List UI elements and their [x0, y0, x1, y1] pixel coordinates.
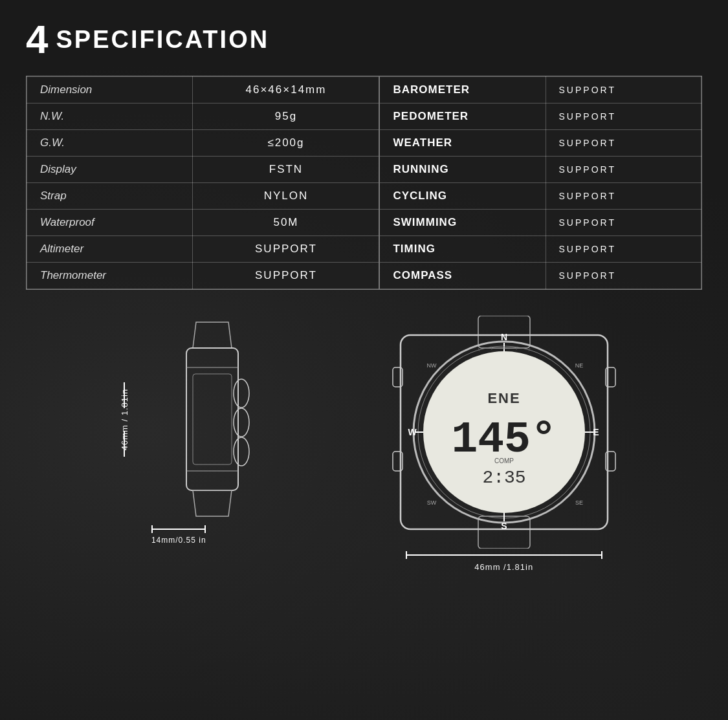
svg-rect-6: [193, 374, 232, 464]
section-title: SPECIFICATION: [56, 26, 269, 54]
svg-text:E: E: [593, 427, 599, 437]
spec-right-label: COMPASS: [379, 263, 546, 289]
spec-right-label: RUNNING: [379, 157, 546, 183]
svg-point-4: [234, 408, 249, 437]
spec-right-value: SUPPORT: [546, 236, 701, 263]
svg-text:NE: NE: [575, 362, 583, 369]
spec-right-label: Barometer: [379, 77, 546, 104]
spec-right-value: SUPPORT: [546, 210, 701, 236]
spec-right-value: SUPPORT: [546, 157, 701, 183]
page-container: 4 SPECIFICATION Dimension 46×46×14mm Bar…: [0, 0, 728, 598]
side-view: 46mm / 1.81in: [88, 316, 269, 545]
spec-left-value: SUPPORT: [193, 263, 380, 289]
svg-text:2:35: 2:35: [482, 468, 525, 488]
svg-text:SE: SE: [575, 499, 583, 506]
svg-text:SW: SW: [427, 499, 437, 506]
spec-right-value: SUPPORT: [546, 183, 701, 210]
svg-text:N: N: [501, 332, 507, 342]
spec-right-label: Pedometer: [379, 104, 546, 130]
spec-table-container: Dimension 46×46×14mm Barometer SUPPORT N…: [26, 76, 702, 290]
spec-left-value: SUPPORT: [193, 236, 380, 263]
spec-right-label: SWIMMING: [379, 210, 546, 236]
spec-right-value: SUPPORT: [546, 104, 701, 130]
svg-rect-0: [186, 348, 238, 490]
diagram-section: 46mm / 1.81in: [26, 309, 702, 578]
section-number: 4: [26, 19, 48, 60]
spec-left-label: Strap: [27, 183, 193, 210]
spec-right-label: CYCLING: [379, 183, 546, 210]
svg-text:COMP: COMP: [494, 457, 514, 464]
svg-text:W: W: [408, 427, 417, 437]
spec-left-label: G.W.: [27, 130, 193, 157]
svg-text:S: S: [501, 521, 507, 531]
spec-left-value: FSTN: [193, 157, 380, 183]
front-watch-diagram: N S W E NE NW SE SW ENE 145° COMP 2:3: [388, 316, 621, 549]
svg-text:NW: NW: [426, 362, 436, 369]
spec-left-value: NYLON: [193, 183, 380, 210]
svg-point-3: [234, 379, 249, 408]
horizontal-dim-container: 14mm/0.55 in: [151, 525, 206, 545]
spec-right-value: SUPPORT: [546, 263, 701, 289]
spec-right-value: SUPPORT: [546, 77, 701, 104]
spec-left-label: Display: [27, 157, 193, 183]
spec-right-label: Weather: [379, 130, 546, 157]
svg-text:ENE: ENE: [487, 390, 520, 406]
svg-point-5: [234, 437, 249, 466]
front-view: N S W E NE NW SE SW ENE 145° COMP 2:3: [368, 316, 640, 572]
spec-left-label: N.W.: [27, 104, 193, 130]
spec-left-label: Thermometer: [27, 263, 193, 289]
spec-left-value: 50M: [193, 210, 380, 236]
vertical-dim-label: 46mm / 1.81in: [120, 388, 129, 450]
side-watch-diagram: [160, 316, 264, 523]
spec-left-label: Dimension: [27, 77, 193, 104]
spec-left-value: ≤200g: [193, 130, 380, 157]
spec-left-label: Waterproof: [27, 210, 193, 236]
spec-left-label: Altimeter: [27, 236, 193, 263]
spec-right-label: TIMING: [379, 236, 546, 263]
spec-left-value: 95g: [193, 104, 380, 130]
front-dim-label: 46mm /1.81in: [474, 562, 533, 572]
spec-table: Dimension 46×46×14mm Barometer SUPPORT N…: [27, 76, 701, 289]
spec-right-value: SUPPORT: [546, 130, 701, 157]
horizontal-dim-label: 14mm/0.55 in: [151, 536, 206, 545]
front-dim-container: 46mm /1.81in: [406, 551, 602, 572]
title-section: 4 SPECIFICATION: [26, 19, 702, 60]
spec-left-value: 46×46×14mm: [193, 77, 380, 104]
